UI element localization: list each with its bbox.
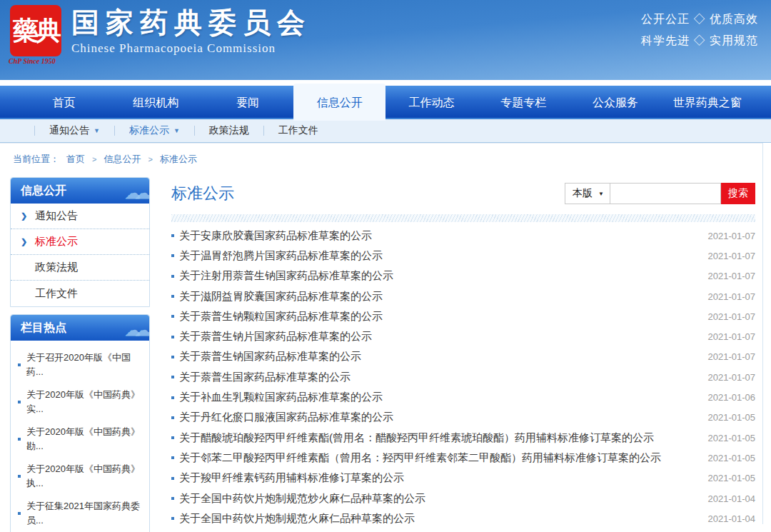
news-row[interactable]: 关于全国中药饮片炮制规范火麻仁品种草案的公示2021-01-04 bbox=[171, 508, 755, 528]
bullet-icon bbox=[171, 416, 174, 419]
nav-tab[interactable]: 信息公开 bbox=[293, 84, 386, 121]
hot-item-title: 关于2020年版《中国药典》执... bbox=[26, 462, 141, 491]
search-input[interactable] bbox=[610, 183, 721, 204]
news-row[interactable]: 关于邻苯二甲酸羟丙甲纤维素酯（曾用名：羟丙甲纤维素邻苯二甲酸酯）药用辅料标准修订… bbox=[171, 448, 755, 468]
breadcrumb-label: 当前位置： bbox=[13, 153, 59, 166]
hot-item-title: 关于2020年版《中国药典》实... bbox=[26, 388, 141, 416]
sidebar-menu-item[interactable]: 工作文件 bbox=[11, 281, 149, 306]
breadcrumb-link[interactable]: 首页 bbox=[66, 153, 85, 166]
news-title: 关于丹红化瘀口服液国家药品标准草案的公示 bbox=[179, 411, 700, 424]
bullet-icon bbox=[171, 336, 174, 338]
subnav-item[interactable]: 标准公示▼ bbox=[129, 124, 180, 137]
hot-list-item[interactable]: 关于2020年版《中国药典》勘... bbox=[18, 421, 145, 458]
news-date: 2021-01-06 bbox=[708, 392, 756, 403]
sidebar-hot-box: 栏目热点 ☁☁ 关于召开2020年版《中国药...关于2020年版《中国药典》实… bbox=[10, 314, 150, 532]
nav-tab[interactable]: 首页 bbox=[18, 86, 110, 118]
subnav-item[interactable]: 工作文件 bbox=[278, 124, 318, 137]
news-date: 2021-01-07 bbox=[708, 372, 756, 383]
hot-list: 关于召开2020年版《中国药...关于2020年版《中国药典》实...关于202… bbox=[11, 341, 149, 532]
news-row[interactable]: 关于补血生乳颗粒国家药品标准草案的公示2021-01-06 bbox=[171, 387, 755, 407]
news-date: 2021-01-04 bbox=[708, 513, 756, 524]
news-row[interactable]: 关于温胃舒泡腾片国家药品标准草案的公示2021-01-07 bbox=[171, 246, 755, 266]
news-row[interactable]: 关于安康欣胶囊国家药品标准草案的公示2021-01-07 bbox=[171, 226, 755, 246]
content-wrap: 信息公开 ☁☁ ❯通知公告❯标准公示政策法规工作文件 栏目热点 ☁☁ 关于召开2… bbox=[0, 173, 762, 532]
bullet-icon bbox=[171, 356, 174, 358]
news-row[interactable]: 关于萘普生钠片国家药品标准草案的公示2021-01-07 bbox=[171, 326, 755, 346]
sidebar-menu-item[interactable]: ❯标准公示 bbox=[11, 229, 149, 255]
nav-tab[interactable]: 组织机构 bbox=[110, 86, 202, 118]
news-row[interactable]: 关于全国中药饮片炮制规范炒火麻仁品种草案的公示2021-01-04 bbox=[171, 488, 755, 508]
news-row[interactable]: 关于注射用萘普生钠国家药品标准草案的公示2021-01-07 bbox=[171, 266, 755, 286]
nav-tab[interactable]: 专题专栏 bbox=[478, 86, 570, 118]
sidebar-menu-list: ❯通知公告❯标准公示政策法规工作文件 bbox=[11, 204, 149, 306]
news-row[interactable]: 关于羧甲纤维素钙药用辅料标准修订草案的公示2021-01-05 bbox=[171, 468, 755, 488]
news-row[interactable]: 关于滋阴益胃胶囊国家药品标准草案的公示2021-01-07 bbox=[171, 286, 755, 306]
sidebar-menu-item-label: 标准公示 bbox=[35, 235, 78, 249]
hot-list-item[interactable]: 关于召开2020年版《中国药... bbox=[18, 346, 145, 383]
sidebar-hot-title: 栏目热点 bbox=[21, 321, 66, 333]
news-row[interactable]: 关于醋酸琥珀酸羟丙甲纤维素酯(曾用名：醋酸羟丙甲纤维素琥珀酸酯）药用辅料标准修订… bbox=[171, 428, 755, 448]
chevron-down-icon: ▼ bbox=[94, 127, 100, 134]
nav-tab[interactable]: 工作动态 bbox=[386, 86, 478, 118]
main-content: 标准公示 本版 ▼ 搜索 关于安康欣胶囊国家药品标准草案的公示2021-01-0… bbox=[163, 177, 762, 532]
bullet-icon bbox=[18, 475, 21, 478]
hot-list-item[interactable]: 关于2020年版《中国药典》执... bbox=[18, 458, 145, 495]
nav-tab[interactable]: 公众服务 bbox=[570, 86, 662, 118]
hot-list-item[interactable]: 关于征集2021年国家药典委员... bbox=[18, 495, 145, 532]
subnav-item[interactable]: 政策法规 bbox=[209, 124, 249, 137]
search-scope-select[interactable]: 本版 ▼ bbox=[565, 183, 610, 204]
main-header-row: 标准公示 本版 ▼ 搜索 bbox=[171, 177, 755, 204]
sidebar-menu-item-label: 政策法规 bbox=[35, 261, 78, 274]
news-row[interactable]: 关于萘普生钠国家药品标准草案的公示2021-01-07 bbox=[171, 347, 755, 367]
news-title: 关于萘普生国家药品标准草案的公示 bbox=[179, 371, 700, 384]
bullet-icon bbox=[171, 234, 174, 237]
hot-list-item[interactable]: 关于2020年版《中国药典》实... bbox=[18, 383, 145, 421]
bullet-icon bbox=[18, 512, 21, 515]
sidebar-menu-item-label: 通知公告 bbox=[35, 209, 78, 223]
main-nav: 首页组织机构要闻信息公开工作动态专题专栏公众服务世界药典之窗 bbox=[0, 86, 771, 119]
slogan-line-2: 科学先进 ◇ 实用规范 bbox=[641, 30, 758, 51]
bullet-icon bbox=[171, 477, 174, 480]
chevron-down-icon: ▼ bbox=[173, 127, 180, 134]
breadcrumb-separator: > bbox=[92, 155, 96, 164]
bullet-icon bbox=[171, 517, 174, 520]
slogan-line-1: 公开公正 ◇ 优质高效 bbox=[641, 9, 758, 30]
arrow-right-icon: ❯ bbox=[21, 237, 28, 246]
sidebar-menu-item[interactable]: ❯通知公告 bbox=[11, 204, 149, 229]
search-button[interactable]: 搜索 bbox=[721, 183, 755, 204]
hot-item-title: 关于征集2021年国家药典委员... bbox=[26, 499, 141, 528]
bullet-icon bbox=[171, 456, 174, 459]
news-row[interactable]: 关于丹红化瘀口服液国家药品标准草案的公示2021-01-05 bbox=[171, 408, 755, 428]
news-row[interactable]: 关于萘普生国家药品标准草案的公示2021-01-07 bbox=[171, 367, 755, 387]
news-title: 关于萘普生钠国家药品标准草案的公示 bbox=[179, 350, 700, 363]
news-date: 2021-01-04 bbox=[708, 493, 756, 504]
nav-tab[interactable]: 世界药典之窗 bbox=[661, 86, 753, 118]
breadcrumb-link[interactable]: 信息公开 bbox=[104, 153, 141, 166]
bullet-icon bbox=[171, 315, 174, 318]
subnav-item[interactable]: 通知公告▼ bbox=[49, 124, 100, 137]
subnav-separator bbox=[34, 126, 35, 136]
news-title: 关于全国中药饮片炮制规范炒火麻仁品种草案的公示 bbox=[179, 492, 700, 506]
site-slogans: 公开公正 ◇ 优质高效 科学先进 ◇ 实用规范 bbox=[641, 9, 758, 51]
news-date: 2021-01-07 bbox=[708, 351, 756, 362]
bullet-icon bbox=[171, 254, 174, 257]
news-title: 关于全国中药饮片炮制规范火麻仁品种草案的公示 bbox=[179, 512, 700, 526]
bullet-icon bbox=[18, 363, 21, 366]
striped-divider bbox=[171, 214, 755, 222]
news-list: 关于安康欣胶囊国家药品标准草案的公示2021-01-07关于温胃舒泡腾片国家药品… bbox=[171, 226, 755, 528]
news-title: 关于羧甲纤维素钙药用辅料标准修订草案的公示 bbox=[179, 471, 700, 485]
sidebar-menu-title: 信息公开 bbox=[21, 184, 66, 196]
subnav-separator bbox=[263, 126, 264, 136]
news-row[interactable]: 关于萘普生钠颗粒国家药品标准草案的公示2021-01-07 bbox=[171, 306, 755, 326]
banner-nav-gap bbox=[0, 80, 771, 86]
sidebar-menu-item[interactable]: 政策法规 bbox=[11, 255, 149, 281]
site-subtitle: Chinese Pharmacopoeia Commission bbox=[71, 41, 311, 56]
breadcrumb-link[interactable]: 标准公示 bbox=[160, 153, 197, 166]
bullet-icon bbox=[171, 396, 174, 399]
select-caret-icon: ▼ bbox=[598, 191, 604, 197]
bullet-icon bbox=[171, 376, 174, 378]
seal-caption: ChP Since 1950 bbox=[9, 57, 66, 65]
nav-tab[interactable]: 要闻 bbox=[202, 86, 294, 118]
news-title: 关于萘普生钠片国家药品标准草案的公示 bbox=[179, 330, 700, 343]
arrow-right-icon: ❯ bbox=[21, 211, 28, 221]
